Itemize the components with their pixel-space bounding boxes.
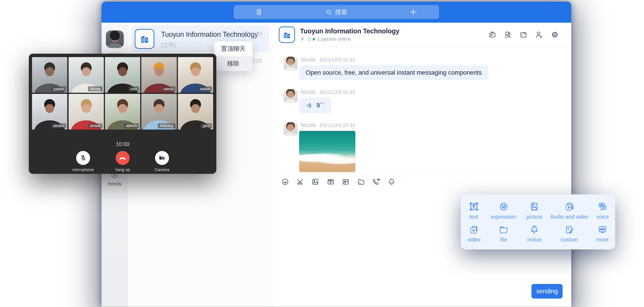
custom-icon bbox=[564, 224, 575, 235]
audio-video-icon bbox=[564, 201, 575, 212]
participant-name: zoie bbox=[128, 86, 139, 92]
message-type-panel: text expression picture Audio and vide bbox=[461, 194, 615, 250]
image-icon[interactable] bbox=[311, 178, 320, 186]
video-tile: Nicole bbox=[68, 57, 104, 93]
panel-item-expression[interactable]: expression bbox=[490, 201, 516, 220]
file-folder-icon[interactable] bbox=[357, 178, 366, 186]
panel-item-video[interactable]: video bbox=[468, 224, 480, 243]
message-time: 2021/12/3 10:33 bbox=[320, 57, 355, 63]
hang-up-button[interactable]: hang up bbox=[109, 151, 136, 172]
add-icon[interactable] bbox=[409, 7, 418, 17]
add-member-icon[interactable] bbox=[535, 30, 544, 39]
microphone-label: microphone bbox=[70, 167, 96, 172]
camera-button[interactable]: Camera bbox=[149, 151, 176, 172]
participant-name: Nicole bbox=[88, 86, 102, 92]
trends-label: trends bbox=[102, 181, 128, 187]
message-image: Nicole 2021/12/3 10:33 bbox=[284, 122, 563, 172]
conversation-context-menu: 置顶聊天 移除 bbox=[214, 41, 253, 71]
group-avatar bbox=[135, 29, 154, 49]
contact-card-icon[interactable] bbox=[342, 178, 350, 186]
file-icon bbox=[498, 224, 509, 235]
voice-icon bbox=[597, 201, 608, 212]
participant-name: venus bbox=[162, 86, 176, 92]
sender-avatar[interactable] bbox=[284, 57, 298, 71]
camera-off-icon bbox=[158, 154, 166, 162]
voice-bubble[interactable]: 9`` bbox=[299, 97, 332, 113]
video-grid: patton Nicole zoie venus stellar danika … bbox=[32, 57, 213, 130]
microphone-button[interactable]: microphone bbox=[70, 151, 96, 172]
video-call-window: patton Nicole zoie venus stellar danika … bbox=[29, 54, 216, 174]
panel-item-label: custom bbox=[560, 237, 578, 243]
online-status: 1 person online bbox=[317, 36, 351, 42]
my-avatar[interactable] bbox=[106, 30, 124, 48]
video-tile: aldrich bbox=[105, 94, 140, 129]
video-tile: zoie bbox=[105, 57, 140, 93]
menu-item-pin-chat[interactable]: 置顶聊天 bbox=[214, 41, 253, 56]
panel-item-label: notice bbox=[527, 237, 541, 243]
chat-header-info: Tuoyun Information Technology 1 1 person… bbox=[300, 27, 399, 42]
participant-name: Anthony bbox=[158, 123, 176, 129]
chat-panel: Tuoyun Information Technology 1 1 person… bbox=[272, 23, 571, 307]
panel-item-more[interactable]: more bbox=[596, 224, 608, 243]
expression-icon bbox=[498, 201, 509, 212]
group-notice-icon[interactable] bbox=[488, 30, 497, 39]
video-tile: gary bbox=[178, 94, 213, 129]
chat-title: Tuoyun Information Technology bbox=[300, 27, 399, 35]
participant-name: danika bbox=[51, 123, 66, 129]
chat-subtitle: 1 1 person online bbox=[300, 36, 399, 42]
hang-up-label: hang up bbox=[109, 167, 136, 172]
panel-item-file[interactable]: file bbox=[498, 224, 509, 243]
sender-name: Nicole bbox=[301, 89, 316, 95]
message-time: 2021/12/3 10:33 bbox=[320, 122, 355, 128]
panel-item-custom[interactable]: custom bbox=[560, 224, 578, 243]
sender-avatar[interactable] bbox=[284, 122, 298, 136]
message-time: 2021/12/3 10:33 bbox=[320, 89, 355, 95]
panel-item-picture[interactable]: picture bbox=[526, 201, 542, 220]
video-icon bbox=[468, 224, 479, 235]
text-bubble: Open source, free, and universal instant… bbox=[299, 65, 488, 80]
video-tile: Anthony bbox=[141, 94, 176, 129]
menu-item-remove[interactable]: 移除 bbox=[214, 56, 253, 71]
chat-history-search-icon[interactable] bbox=[504, 30, 512, 39]
panel-item-notice[interactable]: notice bbox=[527, 224, 541, 243]
screenshot-scissors-icon[interactable] bbox=[296, 178, 304, 186]
send-button[interactable]: sending bbox=[532, 284, 562, 299]
page: 搜索 trends bbox=[0, 0, 644, 307]
search-bar[interactable]: 搜索 bbox=[234, 5, 439, 19]
settings-icon[interactable] bbox=[550, 30, 559, 39]
panel-item-label: Audio and video bbox=[550, 214, 588, 220]
mic-off-icon bbox=[79, 154, 87, 162]
video-tile: stellar bbox=[178, 57, 213, 93]
conversation-title: Tuoyun Information Technology bbox=[161, 30, 258, 38]
participant-name: stellar bbox=[198, 86, 212, 92]
sender-avatar[interactable] bbox=[284, 89, 298, 103]
voice-duration: 9`` bbox=[316, 102, 324, 109]
notice-icon bbox=[529, 224, 540, 235]
online-dot bbox=[312, 38, 315, 40]
building-icon bbox=[282, 30, 292, 40]
order-phone-icon[interactable] bbox=[255, 8, 263, 16]
panel-item-label: file bbox=[498, 237, 509, 243]
panel-item-label: expression bbox=[490, 214, 516, 220]
chat-header-actions bbox=[488, 30, 559, 39]
participant-name: aldrich bbox=[124, 123, 139, 129]
panel-item-label: text bbox=[468, 214, 479, 220]
image-attachment[interactable] bbox=[299, 131, 356, 172]
chat-group-avatar[interactable] bbox=[279, 26, 295, 43]
call-icon[interactable] bbox=[372, 178, 380, 186]
panel-item-label: video bbox=[468, 237, 480, 243]
notification-bell-icon[interactable] bbox=[387, 178, 396, 186]
conversation-time: 15:20 bbox=[248, 31, 262, 37]
input-toolbar bbox=[272, 173, 571, 191]
call-timer: 10:00 bbox=[32, 141, 213, 147]
panel-item-label: voice bbox=[596, 214, 608, 220]
more-icon bbox=[597, 224, 608, 235]
emoji-icon[interactable] bbox=[281, 178, 290, 186]
picture-icon bbox=[529, 201, 540, 212]
group-files-icon[interactable] bbox=[519, 30, 528, 39]
panel-item-label: more bbox=[596, 237, 608, 243]
panel-item-voice[interactable]: voice bbox=[596, 201, 608, 220]
panel-item-audio-video[interactable]: Audio and video bbox=[550, 201, 588, 220]
panel-item-text[interactable]: text bbox=[468, 201, 479, 220]
video-clip-icon[interactable] bbox=[326, 178, 335, 186]
